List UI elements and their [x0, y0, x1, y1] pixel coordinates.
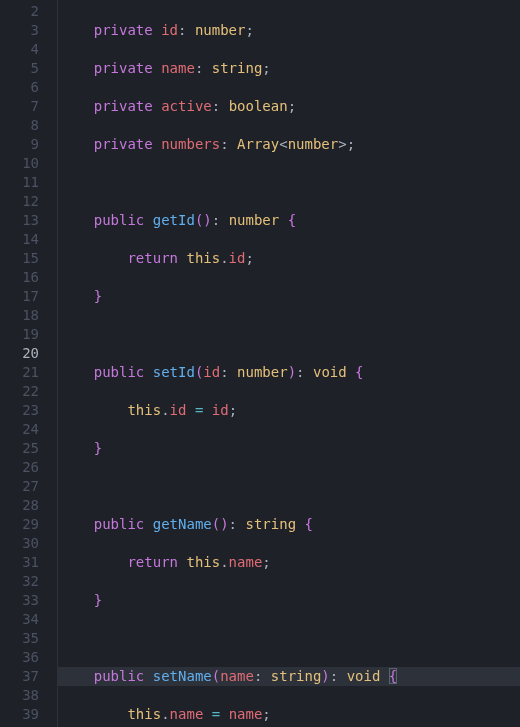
- line-number: 5: [0, 59, 39, 78]
- code-line[interactable]: [58, 629, 520, 648]
- code-line[interactable]: [58, 325, 520, 344]
- line-number: 16: [0, 268, 39, 287]
- line-number: 3: [0, 21, 39, 40]
- line-number: 33: [0, 591, 39, 610]
- line-number: 17: [0, 287, 39, 306]
- line-number: 39: [0, 705, 39, 724]
- code-line[interactable]: public setId(id: number): void {: [58, 363, 520, 382]
- code-line[interactable]: public getId(): number {: [58, 211, 520, 230]
- line-number-current: 20: [0, 344, 39, 363]
- line-number: 18: [0, 306, 39, 325]
- code-line[interactable]: this.id = id;: [58, 401, 520, 420]
- line-number: 6: [0, 78, 39, 97]
- code-line[interactable]: private id: number;: [58, 21, 520, 40]
- line-number: 14: [0, 230, 39, 249]
- code-line[interactable]: }: [58, 439, 520, 458]
- line-number: 12: [0, 192, 39, 211]
- line-number: 34: [0, 610, 39, 629]
- line-number: 23: [0, 401, 39, 420]
- code-line[interactable]: this.name = name;: [58, 705, 520, 724]
- line-number: 11: [0, 173, 39, 192]
- line-number: 30: [0, 534, 39, 553]
- line-number: 27: [0, 477, 39, 496]
- line-number: 4: [0, 40, 39, 59]
- code-line[interactable]: }: [58, 287, 520, 306]
- code-line[interactable]: [58, 173, 520, 192]
- line-number: 24: [0, 420, 39, 439]
- line-number: 2: [0, 2, 39, 21]
- line-number: 31: [0, 553, 39, 572]
- line-number: 25: [0, 439, 39, 458]
- line-number-gutter: 2 3 4 5 6 7 8 9 10 11 12 13 14 15 16 17 …: [0, 0, 58, 727]
- line-number: 7: [0, 97, 39, 116]
- line-number: 28: [0, 496, 39, 515]
- line-number: 21: [0, 363, 39, 382]
- line-number: 38: [0, 686, 39, 705]
- line-number: 9: [0, 135, 39, 154]
- line-number: 35: [0, 629, 39, 648]
- code-line[interactable]: [58, 477, 520, 496]
- code-line[interactable]: return this.id;: [58, 249, 520, 268]
- line-number: 32: [0, 572, 39, 591]
- line-number: 36: [0, 648, 39, 667]
- code-line[interactable]: private numbers: Array<number>;: [58, 135, 520, 154]
- line-number: 13: [0, 211, 39, 230]
- line-number: 10: [0, 154, 39, 173]
- line-number: 29: [0, 515, 39, 534]
- line-number: 15: [0, 249, 39, 268]
- code-line[interactable]: private name: string;: [58, 59, 520, 78]
- line-number: 26: [0, 458, 39, 477]
- code-line[interactable]: return this.name;: [58, 553, 520, 572]
- line-number: 37: [0, 667, 39, 686]
- code-line-current[interactable]: public setName(name: string): void {: [58, 667, 520, 686]
- line-number: 19: [0, 325, 39, 344]
- line-number: 22: [0, 382, 39, 401]
- code-editor-area[interactable]: private id: number; private name: string…: [58, 0, 520, 727]
- code-line[interactable]: }: [58, 591, 520, 610]
- code-line[interactable]: private active: boolean;: [58, 97, 520, 116]
- line-number: 8: [0, 116, 39, 135]
- code-line[interactable]: public getName(): string {: [58, 515, 520, 534]
